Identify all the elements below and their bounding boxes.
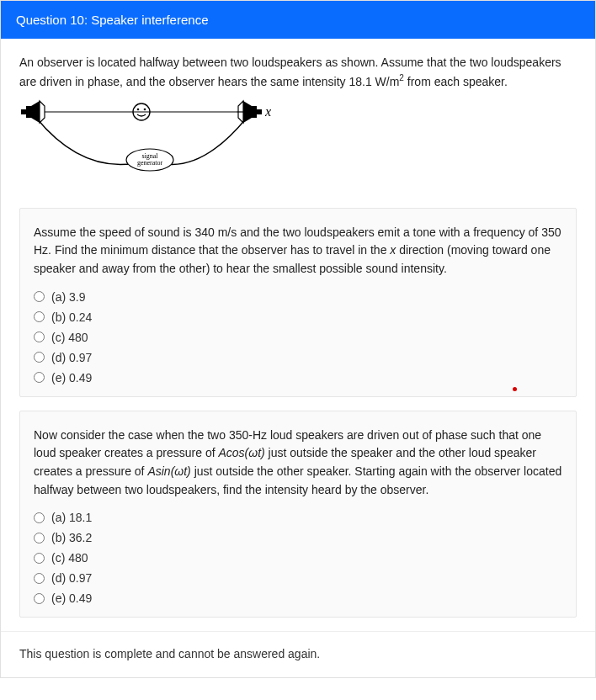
- part2-option-b-label: (b) 36.2: [51, 531, 92, 544]
- part2-radio-c[interactable]: [34, 553, 45, 564]
- x-axis-label: x: [264, 104, 271, 119]
- part1-option-c-label: (c) 480: [51, 331, 88, 344]
- part1-radio-e[interactable]: [34, 372, 45, 383]
- svg-rect-0: [26, 106, 31, 118]
- diagram-container: x signal generator: [1, 99, 595, 194]
- part1-option-d[interactable]: (d) 0.97: [34, 351, 562, 364]
- part1-option-d-label: (d) 0.97: [51, 351, 92, 364]
- part2-option-c[interactable]: (c) 480: [34, 551, 562, 565]
- part2-radio-b[interactable]: [34, 533, 45, 544]
- speaker-diagram: x signal generator: [19, 99, 280, 183]
- completion-text: This question is complete and cannot be …: [19, 647, 320, 660]
- part2-block: Now consider the case when the two 350-H…: [19, 411, 577, 618]
- part1-option-c[interactable]: (c) 480: [34, 331, 562, 344]
- part1-option-b-label: (b) 0.24: [51, 310, 92, 324]
- part2-eq2: Asin(ωt): [147, 464, 190, 478]
- question-intro: An observer is located halfway between t…: [1, 39, 595, 99]
- question-header: Question 10: Speaker interference: [1, 1, 595, 39]
- svg-point-11: [144, 108, 146, 110]
- part2-option-e[interactable]: (e) 0.49: [34, 591, 562, 605]
- part1-radio-a[interactable]: [34, 291, 45, 302]
- part2-prompt: Now consider the case when the two 350-H…: [34, 427, 562, 500]
- part2-radio-e[interactable]: [34, 593, 45, 604]
- part2-option-a-label: (a) 18.1: [51, 511, 92, 524]
- completion-message: This question is complete and cannot be …: [1, 631, 595, 677]
- part1-radio-c[interactable]: [34, 331, 45, 342]
- question-title: Question 10: Speaker interference: [16, 13, 208, 27]
- part2-option-c-label: (c) 480: [51, 551, 88, 565]
- part1-option-a-label: (a) 3.9: [51, 290, 85, 304]
- part1-radio-d[interactable]: [34, 352, 45, 363]
- part2-option-a[interactable]: (a) 18.1: [34, 511, 562, 524]
- part1-option-b[interactable]: (b) 0.24: [34, 310, 562, 324]
- part1-prompt: Assume the speed of sound is 340 m/s and…: [34, 224, 562, 278]
- svg-rect-3: [21, 109, 26, 114]
- part1-options: (a) 3.9 (b) 0.24 (c) 480 (d) 0.97 (e) 0.…: [34, 290, 562, 384]
- intro-text-after: from each speaker.: [404, 75, 508, 88]
- part2-eq1: Acos(ωt): [218, 446, 264, 459]
- left-speaker-icon: [21, 101, 45, 123]
- part2-option-d-label: (d) 0.97: [51, 571, 92, 585]
- part1-option-e[interactable]: (e) 0.49: [34, 371, 562, 384]
- part2-option-d[interactable]: (d) 0.97: [34, 571, 562, 585]
- part2-option-e-label: (e) 0.49: [51, 591, 92, 605]
- question-card: Question 10: Speaker interference An obs…: [0, 0, 596, 678]
- svg-point-10: [137, 108, 140, 110]
- part1-option-a[interactable]: (a) 3.9: [34, 290, 562, 304]
- signal-label-2: generator: [137, 159, 163, 167]
- svg-rect-7: [257, 109, 262, 114]
- part1-option-e-label: (e) 0.49: [51, 371, 92, 384]
- part2-radio-a[interactable]: [34, 512, 45, 523]
- part2-options: (a) 18.1 (b) 36.2 (c) 480 (d) 0.97 (e) 0…: [34, 511, 562, 605]
- part1-block: Assume the speed of sound is 340 m/s and…: [19, 208, 577, 397]
- part2-radio-d[interactable]: [34, 573, 45, 584]
- part2-option-b[interactable]: (b) 36.2: [34, 531, 562, 544]
- part1-radio-b[interactable]: [34, 311, 45, 322]
- svg-marker-2: [40, 101, 45, 123]
